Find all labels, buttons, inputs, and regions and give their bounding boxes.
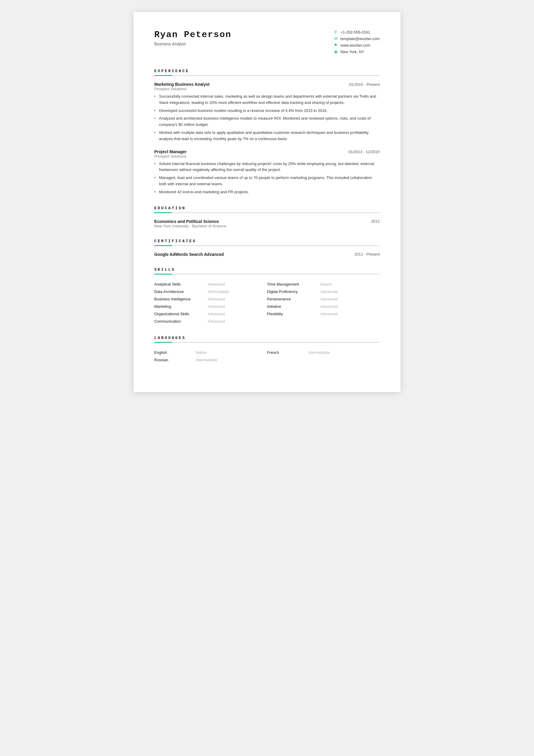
contact-website: ⚑ www.wozber.com bbox=[333, 43, 380, 47]
job-bullets: Solved internal financial business chall… bbox=[154, 161, 380, 195]
job-dates: 01/2013 - 12/2015 bbox=[348, 149, 380, 154]
skills-left-column: Analytical Skills Advanced Data Architec… bbox=[154, 281, 267, 325]
languages-left-column: English Native Russian Intermediate bbox=[154, 349, 267, 364]
skill-row: Communication Advanced bbox=[154, 318, 267, 325]
job-item: Project Manager 01/2013 - 12/2015 Prospe… bbox=[154, 149, 380, 195]
job-company: Prospect Solutions bbox=[154, 154, 380, 158]
skill-row: Flexibility Advanced bbox=[267, 310, 380, 318]
location-value: New York, NY bbox=[341, 50, 364, 54]
skill-level: Advanced bbox=[208, 282, 225, 286]
skill-level: Advanced bbox=[208, 319, 225, 324]
skill-row: Data Architecture Intermediate bbox=[154, 288, 267, 295]
skill-row: Marketing Advanced bbox=[154, 303, 267, 310]
lang-name: English bbox=[154, 350, 184, 355]
phone-value: +1-202-555-0161 bbox=[341, 30, 370, 35]
skills-grid: Analytical Skills Advanced Data Architec… bbox=[154, 281, 380, 325]
edu-school: New York University - Bachelor of Scienc… bbox=[154, 224, 226, 228]
education-divider bbox=[154, 212, 380, 213]
bullet-item: Solved internal financial business chall… bbox=[154, 161, 380, 173]
skill-name: Organizational Skills bbox=[154, 312, 196, 316]
email-icon: ✉ bbox=[333, 36, 338, 41]
skills-right-column: Time Management Expert Digital Proficien… bbox=[267, 281, 380, 325]
skill-level: Advanced bbox=[320, 297, 338, 301]
skill-level: Advanced bbox=[208, 304, 225, 309]
edu-header: Economics and Political Science New York… bbox=[154, 219, 380, 228]
job-header: Marketing Business Analyst 01/2015 - Pre… bbox=[154, 82, 380, 87]
languages-section: LANGUAGES English Native Russian Interme… bbox=[154, 336, 380, 364]
lang-row: Russian Intermediate bbox=[154, 356, 267, 364]
edu-year: 2012 bbox=[371, 219, 380, 228]
skill-name: Digital Proficiency bbox=[267, 289, 309, 294]
contact-location: ◉ New York, NY bbox=[333, 49, 380, 54]
lang-level: Intermediate bbox=[196, 358, 217, 362]
languages-grid: English Native Russian Intermediate Fren… bbox=[154, 349, 380, 364]
cert-name: Google AdWords Search Advanced bbox=[154, 252, 224, 257]
job-header: Project Manager 01/2013 - 12/2015 bbox=[154, 149, 380, 154]
skill-name: Flexibility bbox=[267, 312, 309, 316]
lang-row: English Native bbox=[154, 349, 267, 356]
certificates-title: CERTIFICATES bbox=[154, 239, 380, 243]
skill-level: Advanced bbox=[208, 312, 225, 316]
job-title: Project Manager bbox=[154, 149, 187, 154]
skill-name: Analytical Skills bbox=[154, 282, 196, 286]
lang-level: Intermediate bbox=[309, 350, 330, 355]
web-icon: ⚑ bbox=[333, 43, 338, 47]
skill-row: Analytical Skills Advanced bbox=[154, 281, 267, 288]
bullet-item: Analyzed and architected business intell… bbox=[154, 116, 380, 128]
email-value: template@wozber.com bbox=[341, 37, 380, 41]
bullet-item: Managed, lead and coordinated various te… bbox=[154, 175, 380, 187]
experience-title: EXPERIENCE bbox=[154, 69, 380, 73]
experience-divider bbox=[154, 75, 380, 76]
skill-level: Advanced bbox=[320, 304, 338, 309]
job-company: Prospect Solutions bbox=[154, 87, 380, 91]
cert-header: Google AdWords Search Advanced 2011 - Pr… bbox=[154, 252, 380, 257]
contact-email: ✉ template@wozber.com bbox=[333, 36, 380, 41]
header-left: Ryan Peterson Business Analyst bbox=[154, 30, 231, 46]
skills-title: SKILLS bbox=[154, 267, 380, 272]
skill-row: Initiative Advanced bbox=[267, 303, 380, 310]
experience-section: EXPERIENCE Marketing Business Analyst 01… bbox=[154, 69, 380, 195]
skill-name: Business Intelligence bbox=[154, 297, 196, 301]
skill-name: Time Management bbox=[267, 282, 309, 286]
skills-section: SKILLS Analytical Skills Advanced Data A… bbox=[154, 267, 380, 325]
website-value: www.wozber.com bbox=[341, 43, 370, 47]
edu-degree: Economics and Political Science bbox=[154, 219, 226, 224]
certificates-divider bbox=[154, 245, 380, 246]
certificates-section: CERTIFICATES Google AdWords Search Advan… bbox=[154, 239, 380, 257]
phone-icon: ✆ bbox=[333, 30, 338, 35]
skill-row: Time Management Expert bbox=[267, 281, 380, 288]
bullet-item: Worked with multiple data sets to apply … bbox=[154, 130, 380, 142]
bullet-item: Developed successful business models res… bbox=[154, 108, 380, 114]
skill-row: Perseverance Advanced bbox=[267, 295, 380, 303]
languages-right-column: French Intermediate bbox=[267, 349, 380, 364]
skill-row: Organizational Skills Advanced bbox=[154, 310, 267, 318]
bullet-item: Monitored 42 end-to-end marketing and PR… bbox=[154, 189, 380, 195]
skill-name: Perseverance bbox=[267, 297, 309, 301]
skills-divider bbox=[154, 274, 380, 275]
contact-phone: ✆ +1-202-555-0161 bbox=[333, 30, 380, 35]
header-section: Ryan Peterson Business Analyst ✆ +1-202-… bbox=[154, 30, 380, 54]
job-dates: 01/2015 - Present bbox=[349, 82, 380, 87]
candidate-name: Ryan Peterson bbox=[154, 30, 231, 40]
skill-level: Advanced bbox=[320, 312, 338, 316]
skill-name: Marketing bbox=[154, 304, 196, 309]
languages-title: LANGUAGES bbox=[154, 336, 380, 340]
lang-level: Native bbox=[196, 350, 207, 355]
skill-row: Digital Proficiency Advanced bbox=[267, 288, 380, 295]
lang-name: French bbox=[267, 350, 297, 355]
candidate-title: Business Analyst bbox=[154, 41, 231, 46]
job-bullets: Successfully connected internal sales, m… bbox=[154, 94, 380, 142]
contact-info: ✆ +1-202-555-0161 ✉ template@wozber.com … bbox=[333, 30, 380, 54]
skill-name: Data Architecture bbox=[154, 289, 196, 294]
skill-level: Expert bbox=[320, 282, 332, 286]
education-title: EDUCATION bbox=[154, 206, 380, 210]
bullet-item: Successfully connected internal sales, m… bbox=[154, 94, 380, 106]
skill-row: Business Intelligence Advanced bbox=[154, 295, 267, 303]
skill-level: Advanced bbox=[320, 289, 338, 294]
skill-name: Communication bbox=[154, 319, 196, 324]
location-icon: ◉ bbox=[333, 49, 338, 54]
skill-level: Intermediate bbox=[208, 289, 229, 294]
cert-dates: 2011 - Present bbox=[354, 252, 380, 257]
lang-row: French Intermediate bbox=[267, 349, 380, 356]
resume-container: Ryan Peterson Business Analyst ✆ +1-202-… bbox=[134, 12, 400, 392]
